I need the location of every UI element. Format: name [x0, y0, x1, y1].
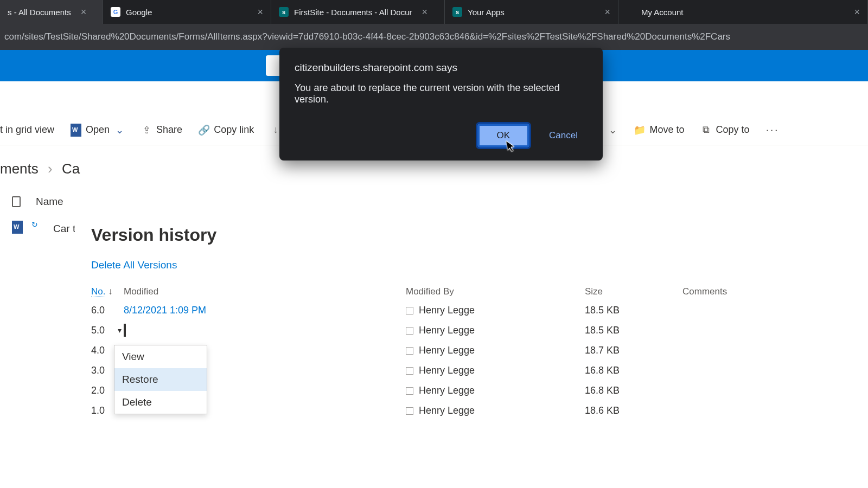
version-context-menu: View Restore Delete — [114, 345, 207, 414]
dialog-message: You are about to replace the current ver… — [295, 82, 588, 105]
close-icon[interactable]: × — [257, 7, 263, 18]
col-no[interactable]: No. — [91, 286, 105, 297]
cell-modified — [124, 325, 406, 336]
user-icon — [406, 307, 413, 314]
column-name[interactable]: Name — [36, 196, 63, 208]
copy-link-button[interactable]: 🔗Copy link — [199, 124, 254, 136]
edit-grid-button[interactable]: t in grid view — [0, 124, 54, 136]
cell-size: 18.5 KB — [585, 305, 682, 316]
tab-title: Google — [126, 8, 152, 17]
table-row[interactable]: 5.0 Henry Legge 18.5 KB — [91, 320, 852, 341]
user-icon — [406, 347, 413, 355]
cell-size: 16.8 KB — [585, 365, 682, 376]
word-icon — [71, 125, 81, 136]
col-modified[interactable]: Modified — [124, 286, 406, 297]
version-dropdown[interactable] — [124, 324, 126, 337]
chevron-right-icon: › — [48, 160, 53, 177]
browser-tab[interactable]: My Account × — [618, 0, 868, 24]
copy-to-button[interactable]: ⧉Copy to — [700, 124, 749, 136]
browser-tab[interactable]: s Your Apps × — [445, 0, 618, 24]
delete-all-versions-link[interactable]: Delete All Versions — [91, 259, 177, 271]
close-icon[interactable]: × — [604, 7, 610, 18]
ctx-delete[interactable]: Delete — [114, 391, 207, 414]
open-button[interactable]: Open⌄ — [71, 124, 125, 136]
move-to-button[interactable]: 📁Move to — [634, 124, 684, 136]
cell-no: 6.0 — [91, 305, 124, 316]
panel-title: Version history — [91, 225, 852, 245]
cancel-button[interactable]: Cancel — [539, 124, 588, 147]
sharepoint-icon: s — [279, 7, 289, 17]
table-header: No. ↓ Modified Modified By Size Comments — [91, 283, 852, 300]
tab-title: s - All Documents — [8, 8, 71, 17]
chevron-down-icon: ⌄ — [607, 125, 618, 136]
grid-header: Name — [0, 177, 868, 208]
file-type-icon — [12, 196, 21, 207]
word-icon — [12, 221, 23, 236]
url-text: com/sites/TestSite/Shared%20Documents/Fo… — [4, 31, 730, 42]
share-button[interactable]: ⇪Share — [141, 124, 182, 136]
chevron-down-icon: ⌄ — [114, 125, 125, 136]
close-icon[interactable]: × — [81, 7, 87, 18]
move-icon: 📁 — [634, 125, 645, 136]
sharepoint-icon: s — [452, 7, 462, 17]
breadcrumb: ments › Ca — [0, 160, 868, 177]
ok-button[interactable]: OK — [477, 124, 530, 147]
cell-by: Henry Legge — [406, 345, 585, 356]
cell-by: Henry Legge — [406, 325, 585, 336]
user-icon — [406, 367, 413, 375]
tab-title: My Account — [641, 8, 684, 17]
cell-size: 18.5 KB — [585, 325, 682, 336]
ctx-restore[interactable]: Restore — [114, 368, 207, 391]
col-comments[interactable]: Comments — [682, 286, 852, 297]
address-bar[interactable]: com/sites/TestSite/Shared%20Documents/Fo… — [0, 24, 868, 50]
cell-size: 16.8 KB — [585, 385, 682, 396]
refresh-icon: ↻ — [31, 220, 38, 229]
google-icon: G — [111, 7, 120, 17]
copy-icon: ⧉ — [700, 125, 711, 136]
ctx-view[interactable]: View — [114, 345, 207, 368]
cell-by: Henry Legge — [406, 385, 585, 396]
close-icon[interactable]: × — [854, 7, 860, 18]
tab-title: FirstSite - Documents - All Docur — [294, 8, 412, 17]
dialog-title: citizenbuilders.sharepoint.com says — [295, 62, 588, 74]
cell-by: Henry Legge — [406, 365, 585, 376]
close-icon[interactable]: × — [422, 7, 428, 18]
microsoft-icon — [626, 7, 636, 17]
browser-tab-strip: s - All Documents × G Google × s FirstSi… — [0, 0, 868, 24]
cell-size: 18.6 KB — [585, 405, 682, 416]
cell-size: 18.7 KB — [585, 345, 682, 356]
user-icon — [406, 327, 413, 335]
breadcrumb-current: Ca — [62, 160, 80, 177]
browser-tab[interactable]: s - All Documents × — [0, 0, 103, 24]
cell-by: Henry Legge — [406, 305, 585, 316]
browser-tab[interactable]: G Google × — [103, 0, 271, 24]
tab-title: Your Apps — [468, 8, 505, 17]
user-icon — [406, 407, 413, 415]
col-size[interactable]: Size — [585, 286, 682, 297]
share-icon: ⇪ — [141, 125, 152, 136]
col-modified-by[interactable]: Modified By — [406, 286, 585, 297]
link-icon: 🔗 — [199, 125, 209, 136]
confirm-dialog: citizenbuilders.sharepoint.com says You … — [279, 48, 603, 160]
table-row[interactable]: 6.0 8/12/2021 1:09 PM Henry Legge 18.5 K… — [91, 300, 852, 320]
cell-by: Henry Legge — [406, 405, 585, 416]
breadcrumb-parent[interactable]: ments — [0, 160, 39, 177]
browser-tab[interactable]: s FirstSite - Documents - All Docur × — [271, 0, 445, 24]
user-icon — [406, 387, 413, 395]
cell-modified[interactable]: 8/12/2021 1:09 PM — [124, 305, 406, 316]
more-button[interactable]: ··· — [766, 123, 779, 137]
